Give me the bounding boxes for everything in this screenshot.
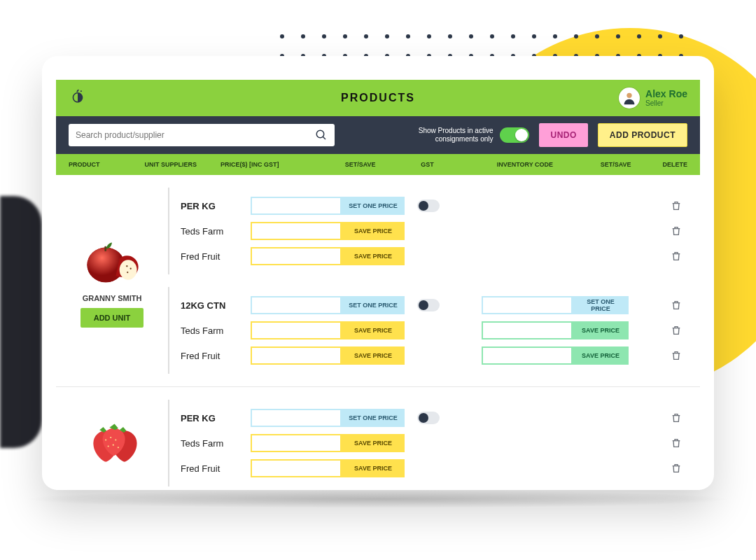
supplier-row: Teds Farm SAVE PRICE bbox=[181, 432, 687, 454]
col-set-save: SET/SAVE bbox=[345, 161, 421, 168]
unit-header-row: PER KG SET ONE PRICE bbox=[181, 195, 687, 217]
svg-point-1 bbox=[626, 93, 631, 98]
decorative-left-shadow bbox=[0, 196, 42, 448]
product-block: PER KG SET ONE PRICE Teds Farm bbox=[56, 387, 700, 490]
trash-icon[interactable] bbox=[671, 251, 682, 262]
unit-block: PER KG SET ONE PRICE Teds Farm bbox=[168, 400, 687, 486]
svg-point-2 bbox=[316, 130, 324, 138]
price-input[interactable] bbox=[251, 409, 342, 427]
unit-header-row: PER KG SET ONE PRICE bbox=[181, 407, 687, 429]
product-image-apple bbox=[74, 234, 150, 290]
svg-point-16 bbox=[118, 447, 119, 448]
price-input[interactable] bbox=[251, 459, 342, 477]
set-one-price-button[interactable]: SET ONE PRICE bbox=[573, 296, 629, 314]
app-logo-icon bbox=[69, 89, 87, 107]
product-block: GRANNY SMITH ADD UNIT PER KG SET ONE PRI… bbox=[56, 175, 700, 387]
price-input[interactable] bbox=[251, 346, 342, 365]
supplier-row: Teds Farm SAVE PRICE bbox=[181, 220, 687, 242]
active-consignments-toggle-label: Show Products in active consignments onl… bbox=[419, 127, 493, 144]
save-price-button[interactable]: SAVE PRICE bbox=[342, 321, 405, 340]
app-root: PRODUCTS Alex Roe Seller Show Products i… bbox=[56, 80, 700, 490]
trash-icon[interactable] bbox=[671, 412, 682, 424]
save-price-button[interactable]: SAVE PRICE bbox=[342, 247, 405, 265]
save-price-button[interactable]: SAVE PRICE bbox=[342, 346, 405, 365]
svg-point-0 bbox=[80, 90, 82, 92]
col-price: PRICE($) [INC GST] bbox=[220, 161, 345, 168]
inventory-input[interactable] bbox=[482, 321, 573, 340]
svg-point-12 bbox=[110, 437, 111, 438]
trash-icon[interactable] bbox=[671, 200, 682, 211]
supplier-label: Teds Farm bbox=[181, 438, 251, 449]
col-product: PRODUCT bbox=[69, 161, 145, 168]
save-price-button[interactable]: SAVE PRICE bbox=[342, 459, 405, 477]
set-one-price-button[interactable]: SET ONE PRICE bbox=[342, 409, 405, 427]
user-role: Seller bbox=[645, 99, 687, 107]
gst-toggle[interactable] bbox=[417, 200, 440, 212]
add-product-button[interactable]: ADD PRODUCT bbox=[598, 123, 687, 147]
col-inventory-code: INVENTORY CODE bbox=[497, 161, 601, 168]
trash-icon[interactable] bbox=[671, 325, 682, 336]
avatar bbox=[619, 88, 640, 108]
supplier-label: Fred Fruit bbox=[181, 463, 251, 474]
trash-icon[interactable] bbox=[671, 300, 682, 311]
add-unit-button[interactable]: ADD UNIT bbox=[80, 308, 144, 328]
price-input[interactable] bbox=[251, 247, 342, 265]
user-name: Alex Roe bbox=[645, 89, 687, 99]
price-input[interactable] bbox=[251, 434, 342, 452]
search-field[interactable] bbox=[69, 124, 335, 146]
svg-line-3 bbox=[323, 136, 326, 139]
gst-toggle[interactable] bbox=[417, 299, 440, 312]
set-one-price-button[interactable]: SET ONE PRICE bbox=[342, 296, 405, 314]
unit-label: 12KG CTN bbox=[181, 300, 251, 311]
set-one-price-button[interactable]: SET ONE PRICE bbox=[342, 197, 405, 215]
unit-block: 12KG CTN SET ONE PRICE SET ONE PRICE bbox=[168, 287, 687, 374]
column-header: PRODUCT UNIT SUPPLIERS PRICE($) [INC GST… bbox=[56, 154, 700, 175]
product-aside bbox=[56, 400, 168, 486]
active-consignments-toggle[interactable] bbox=[500, 127, 529, 143]
unit-stack: PER KG SET ONE PRICE Teds Farm bbox=[168, 400, 687, 486]
page-title: PRODUCTS bbox=[341, 92, 415, 104]
inventory-input[interactable] bbox=[482, 296, 573, 314]
trash-icon[interactable] bbox=[671, 463, 682, 474]
price-input[interactable] bbox=[251, 296, 342, 314]
device-base-shadow bbox=[21, 490, 735, 508]
product-list[interactable]: GRANNY SMITH ADD UNIT PER KG SET ONE PRI… bbox=[56, 175, 700, 490]
user-badge[interactable]: Alex Roe Seller bbox=[619, 88, 687, 108]
search-input[interactable] bbox=[76, 130, 309, 140]
supplier-label: Fred Fruit bbox=[181, 351, 251, 361]
supplier-row: Fred Fruit SAVE PRICE SAVE PRICE bbox=[181, 344, 687, 367]
unit-block: PER KG SET ONE PRICE Teds Farm bbox=[168, 188, 687, 274]
inventory-input[interactable] bbox=[482, 346, 573, 365]
top-bar: PRODUCTS Alex Roe Seller bbox=[56, 80, 700, 116]
unit-label: PER KG bbox=[181, 413, 251, 424]
svg-rect-6 bbox=[104, 246, 106, 251]
trash-icon[interactable] bbox=[671, 350, 682, 361]
product-aside: GRANNY SMITH ADD UNIT bbox=[56, 188, 168, 374]
product-image-strawberry bbox=[74, 415, 150, 471]
price-input[interactable] bbox=[251, 197, 342, 215]
supplier-row: Fred Fruit SAVE PRICE bbox=[181, 245, 687, 267]
svg-point-10 bbox=[127, 272, 128, 273]
product-name: GRANNY SMITH bbox=[83, 294, 142, 302]
price-input[interactable] bbox=[251, 321, 342, 340]
unit-stack: PER KG SET ONE PRICE Teds Farm bbox=[168, 188, 687, 374]
trash-icon[interactable] bbox=[671, 225, 682, 237]
save-price-button[interactable]: SAVE PRICE bbox=[573, 346, 629, 365]
col-gst: GST bbox=[421, 161, 497, 168]
svg-point-15 bbox=[113, 444, 114, 446]
supplier-label: Teds Farm bbox=[181, 326, 251, 336]
supplier-row: Fred Fruit SAVE PRICE bbox=[181, 457, 687, 479]
svg-point-7 bbox=[120, 260, 137, 279]
price-input[interactable] bbox=[251, 222, 342, 240]
col-set-save-2: SET/SAVE bbox=[601, 161, 663, 168]
save-price-button[interactable]: SAVE PRICE bbox=[573, 321, 629, 340]
undo-button[interactable]: UNDO bbox=[539, 123, 587, 147]
supplier-label: Fred Fruit bbox=[181, 251, 251, 262]
unit-header-row: 12KG CTN SET ONE PRICE SET ONE PRICE bbox=[181, 294, 687, 316]
save-price-button[interactable]: SAVE PRICE bbox=[342, 434, 405, 452]
svg-point-14 bbox=[108, 445, 109, 447]
supplier-label: Teds Farm bbox=[181, 226, 251, 237]
gst-toggle[interactable] bbox=[417, 412, 440, 424]
save-price-button[interactable]: SAVE PRICE bbox=[342, 222, 405, 240]
trash-icon[interactable] bbox=[671, 438, 682, 449]
